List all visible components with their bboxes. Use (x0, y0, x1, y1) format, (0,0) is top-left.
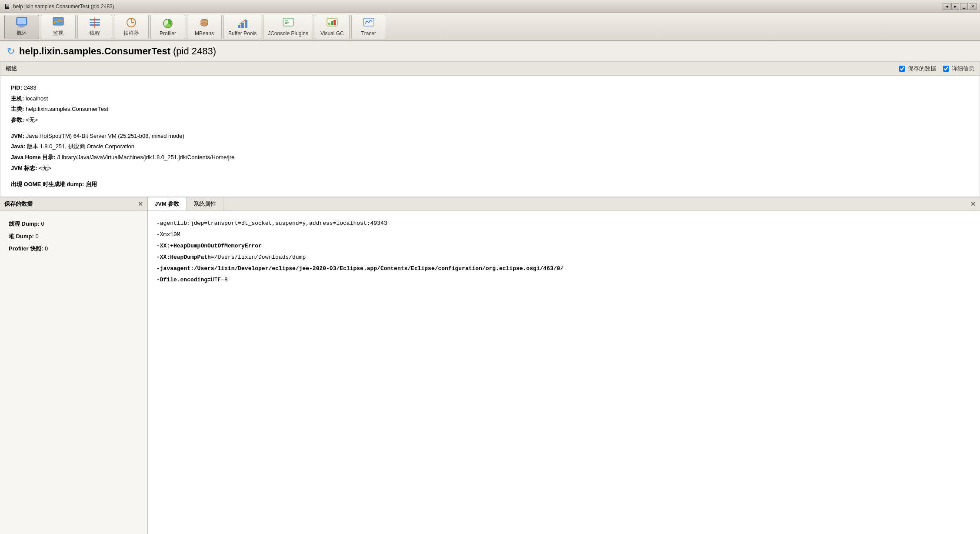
java-home-value: /Library/Java/JavaVirtualMachines/jdk1.8… (57, 154, 234, 160)
tab-threads-label: 线程 (90, 30, 100, 37)
svg-point-14 (201, 23, 208, 26)
java-home-label: Java Home 目录: (11, 154, 56, 160)
heap-dump-label: 堆 Dump: (9, 233, 34, 240)
loading-icon: ↻ (7, 46, 15, 57)
pid-label: PID: (11, 84, 22, 91)
tab-bufferpools-label: Buffer Pools (228, 30, 257, 37)
visualgc-icon (326, 17, 338, 30)
pid-value: 2483 (24, 84, 37, 91)
tab-jvm-params[interactable]: JVM 参数 (148, 197, 187, 210)
tab-mbeans-label: MBeans (195, 30, 214, 37)
tab-monitor[interactable]: 监视 (41, 15, 76, 39)
jvm-param-4: -javaagent:/Users/lixin/Developer/eclips… (157, 263, 971, 274)
thread-dump-line: 线程 Dump: 0 (9, 218, 139, 230)
jvm-param-0: -agentlib:jdwp=transport=dt_socket,suspe… (157, 218, 971, 229)
mbeans-icon (198, 17, 210, 30)
tab-tracer[interactable]: Tracer (351, 15, 386, 39)
java-line: Java: 版本 1.8.0_251, 供应商 Oracle Corporati… (11, 141, 969, 152)
svg-rect-26 (331, 21, 333, 25)
jvm-label: JVM: (11, 133, 24, 139)
main-class-label: 主类: (11, 106, 24, 112)
svg-rect-27 (333, 20, 336, 25)
heap-dump-line: 堆 Dump: 0 (9, 230, 139, 243)
args-label: 参数: (11, 117, 24, 123)
tab-system-properties[interactable]: 系统属性 (187, 197, 223, 210)
profiler-snapshot-label: Profiler 快照: (9, 245, 43, 252)
detail-checkbox[interactable] (943, 66, 949, 72)
host-label: 主机: (11, 95, 24, 102)
saved-data-label: 保存的数据 (908, 65, 936, 73)
tab-monitor-label: 监视 (53, 30, 63, 37)
tab-visualgc-label: Visual GC (320, 30, 344, 37)
monitor-icon (52, 17, 64, 29)
overview-controls: 保存的数据 详细信息 (899, 65, 974, 73)
tab-bufferpools[interactable]: Buffer Pools (223, 15, 261, 39)
title-bar-text: help lixin samples ConsumerTest (pid 248… (13, 3, 943, 10)
left-panel-title: 保存的数据 (4, 200, 33, 208)
tab-visualgc[interactable]: Visual GC (315, 15, 350, 39)
thread-dump-value: 0 (41, 220, 44, 227)
bufferpools-icon (237, 17, 249, 30)
java-home-line: Java Home 目录: /Library/Java/JavaVirtualM… (11, 152, 969, 163)
right-panel-body: -agentlib:jdwp=transport=dt_socket,suspe… (148, 211, 980, 534)
main-class-line: 主类: help.lixin.samples.ConsumerTest (11, 104, 969, 115)
tab-jconsole[interactable]: JConsole Plugins (263, 15, 313, 39)
jvm-param-5: -Dfile.encoding=UTF-8 (157, 274, 971, 286)
bottom-panels: 保存的数据 ✕ 线程 Dump: 0 堆 Dump: 0 Profiler 快照… (0, 197, 980, 534)
heap-dump-value: 0 (35, 233, 38, 240)
jvm-line: JVM: Java HotSpot(TM) 64-Bit Server VM (… (11, 131, 969, 142)
jvm-flags-line: JVM 标志: <无> (11, 163, 969, 174)
tab-tracer-label: Tracer (361, 30, 376, 37)
profiler-snapshot-value: 0 (45, 245, 48, 252)
left-panel-body: 线程 Dump: 0 堆 Dump: 0 Profiler 快照: 0 (0, 211, 147, 262)
detail-checkbox-group: 详细信息 (943, 65, 974, 73)
close-button[interactable]: ✕ (969, 3, 977, 10)
tab-sampler-label: 抽样器 (123, 30, 139, 37)
minimize-button[interactable]: ◂ (943, 3, 950, 10)
jvm-param-1: -Xmx10M (157, 229, 971, 240)
app-title: help.lixin.samples.ConsumerTest (19, 46, 170, 57)
iconify-button[interactable]: _ (960, 3, 968, 10)
host-value: localhost (26, 95, 48, 102)
tab-profiler[interactable]: Profiler (150, 15, 185, 39)
svg-rect-17 (245, 20, 247, 28)
tracer-icon (363, 17, 375, 30)
jvm-flags-value: <无> (39, 165, 51, 171)
tab-overview[interactable]: 概述 (4, 15, 39, 39)
pid-line: PID: 2483 (11, 83, 969, 93)
overview-icon (16, 17, 28, 29)
jvm-flags-label: JVM 标志: (11, 165, 37, 171)
svg-rect-2 (20, 25, 23, 27)
java-value: 版本 1.8.0_251, 供应商 Oracle Corporation (27, 143, 134, 150)
main-content: ↻ help.lixin.samples.ConsumerTest (pid 2… (0, 41, 980, 534)
profiler-icon (162, 17, 174, 30)
svg-rect-16 (241, 23, 244, 28)
main-class-value: help.lixin.samples.ConsumerTest (26, 106, 108, 112)
thread-dump-label: 线程 Dump: (9, 220, 40, 227)
svg-rect-15 (238, 25, 240, 28)
detail-label: 详细信息 (952, 65, 974, 73)
overview-header: 概述 保存的数据 详细信息 (0, 62, 980, 76)
tab-threads[interactable]: 线程 (77, 15, 112, 39)
svg-rect-1 (17, 18, 26, 24)
overview-section: 概述 保存的数据 详细信息 PID: 2483 主机: localhost (0, 62, 980, 197)
left-panel-close-button[interactable]: ✕ (138, 200, 143, 207)
toolbar: 概述 监视 线程 (0, 13, 980, 41)
tab-sampler[interactable]: 抽样器 (114, 15, 149, 39)
overview-section-title: 概述 (6, 65, 17, 73)
sampler-icon (125, 17, 137, 29)
tab-mbeans[interactable]: MBeans (187, 15, 222, 39)
threads-icon (89, 17, 101, 29)
host-line: 主机: localhost (11, 93, 969, 104)
tab-profiler-label: Profiler (160, 30, 176, 37)
jvm-param-2: -XX:+HeapDumpOnOutOfMemoryError (157, 240, 971, 252)
right-panel-close-button[interactable]: ✕ (966, 200, 980, 207)
right-panel-tabs: JVM 参数 系统属性 ✕ (148, 197, 980, 211)
jvm-param-3: -XX:HeapDumpPath=/Users/lixin/Downloads/… (157, 252, 971, 263)
right-panel: JVM 参数 系统属性 ✕ -agentlib:jdwp=transport=d… (148, 197, 980, 534)
tab-overview-label: 概述 (17, 30, 27, 37)
saved-data-checkbox[interactable] (899, 66, 905, 72)
restore-button[interactable]: ▸ (951, 3, 959, 10)
jvm-value: Java HotSpot(TM) 64-Bit Server VM (25.25… (26, 133, 184, 139)
app-title-row: ↻ help.lixin.samples.ConsumerTest (pid 2… (0, 41, 980, 62)
